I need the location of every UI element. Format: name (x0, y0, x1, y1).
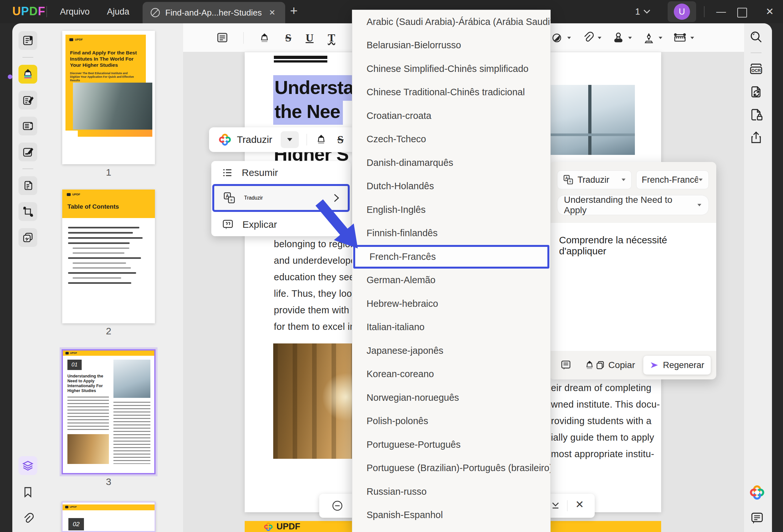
strikethrough-icon[interactable]: S (285, 32, 291, 44)
page-indicator[interactable]: 1 (635, 0, 651, 23)
stamp-icon[interactable] (612, 31, 633, 44)
language-option[interactable]: Russian-russo (352, 480, 550, 503)
language-option[interactable]: Korean-coreano (352, 363, 550, 386)
avatar: U (674, 4, 690, 20)
language-option[interactable]: Chinese Traditional-Chinês tradicional (352, 81, 550, 104)
maximize-button[interactable] (737, 8, 747, 18)
search-icon[interactable] (749, 30, 763, 44)
squiggly-icon[interactable]: T (328, 32, 335, 44)
page-design-bar (274, 56, 327, 59)
ocr-icon[interactable]: OCR (749, 62, 763, 76)
doc-right-line: roviding students with a (551, 413, 660, 429)
selection-highlight-icon[interactable] (315, 133, 328, 146)
thumbnail-page-1[interactable]: UPDF Find and Apply For the Best Institu… (62, 31, 155, 164)
thumb1-title: Find and Apply For the Best Institutes I… (70, 50, 138, 68)
protect-icon[interactable] (749, 107, 763, 122)
organize-pages-icon[interactable] (19, 117, 37, 135)
language-option[interactable]: Spanish-Espanhol (352, 503, 550, 527)
language-option[interactable]: Arabic (Saudi Arabia)-Árábica (Arábia Sa… (352, 10, 550, 34)
regenerate-button[interactable]: Regenerar (643, 356, 711, 375)
left-rail-bottom (19, 456, 37, 528)
pages-icon[interactable] (19, 176, 37, 195)
language-option[interactable]: Italian-italiano (352, 316, 550, 339)
translation-panel: A✳ Traduzir French-Francês Understanding… (549, 162, 716, 379)
bookmark-icon[interactable] (19, 483, 37, 502)
updf-doc-logo-icon (263, 522, 273, 532)
thumb3-text-right (114, 402, 150, 464)
language-option[interactable]: Czech-Tcheco (352, 128, 550, 151)
language-option[interactable]: Japanese-japonês (352, 339, 550, 363)
language-option[interactable]: Norwegian-norueguês (352, 386, 550, 410)
reader-icon[interactable] (19, 31, 37, 50)
language-option[interactable]: Danish-dinamarquês (352, 151, 550, 175)
collapse-icon[interactable] (550, 500, 561, 511)
page-design-bar-2 (274, 60, 327, 63)
remove-icon[interactable] (332, 500, 343, 511)
layers-icon[interactable] (19, 456, 37, 475)
thumb2-logo: UPDF (72, 193, 81, 196)
selection-traduzir-label[interactable]: Traduzir (237, 134, 272, 145)
share-icon[interactable] (749, 130, 763, 145)
comment-icon[interactable] (216, 31, 229, 45)
tab-title: Find-and-Ap...her-Studies (165, 8, 262, 18)
thumb4-logo: UPDF (70, 505, 77, 508)
edit-icon[interactable] (19, 91, 37, 109)
language-option[interactable]: Croatian-croata (352, 104, 550, 128)
banner-logo-text: UPDF (277, 522, 301, 532)
highlight-icon[interactable] (258, 31, 271, 44)
thumb1-subtitle: Discover The Best Educational Institute … (70, 72, 135, 82)
language-option[interactable]: Belarusian-Bielorrusso (352, 34, 550, 57)
chevron-down-icon (643, 9, 651, 14)
thumbnail-page-3-selected[interactable]: UPDF 01 Understanding the Need to Apply … (62, 349, 156, 474)
measure-icon[interactable] (673, 31, 695, 44)
tab-close-icon[interactable]: ✕ (269, 8, 276, 17)
crop-icon[interactable] (19, 202, 37, 221)
doc-right-column: eir dream of completingwned institute. T… (551, 380, 660, 462)
thumbnail-page-2[interactable]: UPDF Table of Contents (62, 190, 155, 323)
panel-language-dropdown[interactable]: French-Francês (636, 170, 709, 189)
updf-window: UPDF Arquivo Ajuda Find-and-Ap...her-Stu… (0, 0, 783, 532)
language-option[interactable]: Swedish-sueco (352, 527, 550, 532)
panel-tool-dropdown[interactable]: A✳ Traduzir (557, 170, 632, 189)
new-tab-button[interactable]: + (290, 0, 297, 21)
watermark-icon[interactable] (19, 228, 37, 247)
panel-source-field[interactable]: Understanding the Need to Apply (557, 195, 709, 215)
comment-bubble-icon[interactable] (750, 511, 764, 527)
thumb3-logo: UPDF (70, 351, 77, 354)
underline-icon[interactable]: U (306, 32, 314, 44)
ai-assistant-icon[interactable] (749, 485, 765, 502)
menu-ajuda[interactable]: Ajuda (107, 0, 129, 23)
highlighter-tool-icon[interactable] (19, 65, 37, 84)
thumbnail-page-4[interactable]: UPDF 02 (62, 502, 156, 532)
menu-item-resumir[interactable]: Resumir (211, 161, 351, 184)
fill-sign-icon[interactable] (19, 143, 37, 161)
close-bar-icon[interactable]: ✕ (575, 498, 584, 511)
minimize-button[interactable]: — (711, 0, 731, 23)
language-option[interactable]: Chinese Simplified-Chinês simplificado (352, 57, 550, 81)
language-option[interactable]: Polish-polonês (352, 410, 550, 433)
translate-icon: A✳ (563, 174, 574, 185)
attach-file-icon[interactable] (582, 31, 602, 44)
shape-tool-icon[interactable] (551, 31, 572, 44)
menu-arquivo[interactable]: Arquivo (60, 0, 90, 23)
doc-right-line: most appropriate institu- (551, 446, 660, 462)
panel-comment-icon[interactable] (560, 359, 572, 371)
language-option[interactable]: Portuguese-Português (352, 433, 550, 457)
translated-text: Comprendre la nécessité d'appliquer (559, 234, 716, 257)
summarize-icon (222, 167, 233, 179)
language-option[interactable]: Portuguese (Brazilian)-Português (brasil… (352, 457, 550, 480)
close-button[interactable]: ✕ (760, 0, 779, 23)
convert-icon[interactable] (749, 85, 763, 99)
thumb3-photo-right (114, 359, 150, 398)
panel-highlight-icon[interactable] (584, 359, 595, 371)
account-button[interactable]: U (668, 1, 696, 22)
document-tab[interactable]: Find-and-Ap...her-Studies ✕ (143, 2, 285, 23)
panel-result-area: Comprendre la nécessité d'appliquer (549, 223, 716, 351)
signature-icon[interactable] (643, 31, 663, 44)
language-option[interactable]: Hebrew-hebraico (352, 292, 550, 316)
doc-right-line: wned institute. This docu- (551, 396, 660, 413)
copy-button[interactable]: Copiar (595, 360, 635, 370)
selection-traduzir-dropdown[interactable] (281, 131, 299, 148)
attachment-icon[interactable] (19, 509, 37, 528)
selection-strike-icon[interactable]: S (337, 133, 344, 146)
